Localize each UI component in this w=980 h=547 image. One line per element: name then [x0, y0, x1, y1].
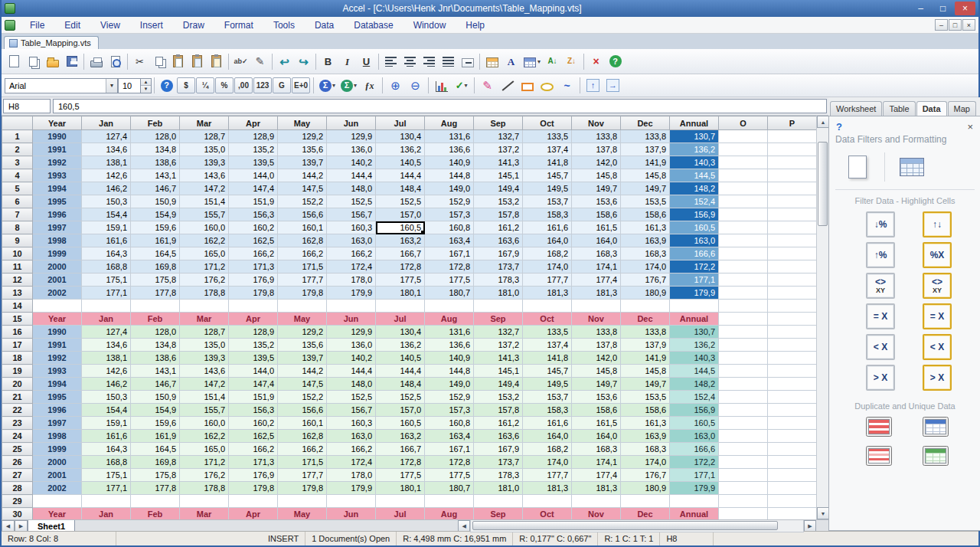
cell[interactable]: 137,2	[474, 339, 523, 352]
cell[interactable]	[82, 495, 131, 508]
row-header-22[interactable]: 22	[2, 404, 33, 417]
cell[interactable]: 2002	[33, 482, 82, 495]
cell[interactable]: 158,3	[523, 208, 572, 221]
cell[interactable]: 175,1	[82, 469, 131, 482]
cell[interactable]	[719, 404, 768, 417]
cell[interactable]: 180,1	[376, 287, 425, 300]
cell[interactable]: 176,2	[180, 274, 229, 287]
cell[interactable]: 141,3	[474, 156, 523, 169]
row-header-13[interactable]: 13	[2, 287, 33, 300]
cell[interactable]: 145,8	[621, 169, 670, 182]
cell[interactable]	[768, 508, 817, 520]
menu-edit[interactable]: Edit	[54, 18, 90, 33]
cell[interactable]: 148,4	[376, 182, 425, 195]
cell[interactable]: 161,3	[621, 417, 670, 430]
cell[interactable]: 171,3	[229, 456, 278, 469]
cell[interactable]: 1998	[33, 430, 82, 443]
cell[interactable]: 148,4	[376, 378, 425, 391]
cell[interactable]: 148,0	[327, 182, 376, 195]
autosum-list-button[interactable]: Σ▾	[338, 76, 359, 95]
cell[interactable]: 134,6	[82, 143, 131, 156]
cell[interactable]: 181,3	[572, 482, 621, 495]
horizontal-scroll-track[interactable]	[470, 520, 804, 532]
cell[interactable]: 159,6	[131, 417, 180, 430]
cell[interactable]: 135,6	[278, 339, 327, 352]
cell[interactable]: 145,8	[621, 365, 670, 378]
cell[interactable]	[719, 130, 768, 143]
row-header-2[interactable]: 2	[2, 143, 33, 156]
cell[interactable]: 177,1	[670, 469, 719, 482]
name-box[interactable]: H8	[3, 99, 51, 113]
highlight-equal-x-button[interactable]: = X	[923, 303, 952, 329]
cell[interactable]: 168,3	[621, 247, 670, 260]
delete-duplicate-rows-button[interactable]	[866, 446, 892, 466]
cell[interactable]: 140,3	[670, 352, 719, 365]
row-header-24[interactable]: 24	[2, 430, 33, 443]
cell[interactable]: 177,4	[572, 274, 621, 287]
row-header-6[interactable]: 6	[2, 195, 33, 208]
cell[interactable]	[768, 287, 817, 300]
cell[interactable]	[719, 391, 768, 404]
cell[interactable]: 2001	[33, 469, 82, 482]
mdi-close-button[interactable]: ×	[962, 19, 975, 31]
cell[interactable]: 160,3	[327, 221, 376, 234]
cell[interactable]: 166,2	[278, 443, 327, 456]
cell[interactable]: 160,2	[229, 221, 278, 234]
row-header-12[interactable]: 12	[2, 274, 33, 287]
cell[interactable]	[131, 300, 180, 313]
cell[interactable]: 158,6	[621, 208, 670, 221]
cell[interactable]: 152,2	[278, 195, 327, 208]
mdi-restore-button[interactable]: □	[949, 19, 962, 31]
cell[interactable]: 156,3	[229, 208, 278, 221]
cell[interactable]: 1992	[33, 352, 82, 365]
cell[interactable]: 143,6	[180, 169, 229, 182]
cell[interactable]	[719, 313, 768, 326]
cell[interactable]: 162,2	[180, 234, 229, 247]
cell[interactable]: 139,5	[229, 352, 278, 365]
row-header-23[interactable]: 23	[2, 417, 33, 430]
cell[interactable]: 179,8	[278, 482, 327, 495]
cell[interactable]	[572, 495, 621, 508]
cell[interactable]: 180,7	[425, 287, 474, 300]
cell[interactable]: 156,7	[327, 208, 376, 221]
cell[interactable]: 141,9	[621, 156, 670, 169]
row-header-20[interactable]: 20	[2, 378, 33, 391]
cell[interactable]: 164,5	[131, 247, 180, 260]
select-all-corner[interactable]	[2, 116, 33, 130]
cell[interactable]: 177,1	[670, 274, 719, 287]
cell[interactable]: 177,1	[82, 482, 131, 495]
cell[interactable]	[474, 300, 523, 313]
cell[interactable]: 181,3	[523, 287, 572, 300]
new-document-button[interactable]	[5, 52, 24, 71]
cell[interactable]: 174,0	[523, 456, 572, 469]
cell[interactable]: Dec	[621, 313, 670, 326]
cell[interactable]: 154,9	[131, 404, 180, 417]
cell[interactable]: 149,7	[621, 378, 670, 391]
cell[interactable]: 1991	[33, 143, 82, 156]
cell[interactable]: 135,2	[229, 339, 278, 352]
cell[interactable]	[621, 495, 670, 508]
row-header-29[interactable]: 29	[2, 495, 33, 508]
cell[interactable]	[768, 339, 817, 352]
cell[interactable]: 144,2	[278, 169, 327, 182]
cell[interactable]: 153,5	[621, 391, 670, 404]
cell[interactable]: 161,6	[82, 234, 131, 247]
cell[interactable]: 156,6	[278, 404, 327, 417]
cell[interactable]: 136,0	[327, 339, 376, 352]
cell[interactable]: 1993	[33, 169, 82, 182]
cell[interactable]	[327, 495, 376, 508]
cell[interactable]	[768, 443, 817, 456]
cell[interactable]: 138,1	[82, 156, 131, 169]
cell[interactable]	[621, 300, 670, 313]
cell[interactable]: Annual	[670, 508, 719, 520]
cell[interactable]: 167,9	[474, 247, 523, 260]
cell[interactable]: May	[278, 508, 327, 520]
cell[interactable]: 133,5	[523, 326, 572, 339]
help-button[interactable]: ?	[606, 52, 625, 71]
cell[interactable]: Feb	[131, 313, 180, 326]
cell[interactable]: 178,0	[327, 469, 376, 482]
table-format-button[interactable]: ▾	[521, 52, 543, 71]
cell[interactable]: Jan	[82, 508, 131, 520]
insert-chart-button[interactable]	[432, 76, 451, 95]
cell[interactable]: 152,4	[670, 195, 719, 208]
